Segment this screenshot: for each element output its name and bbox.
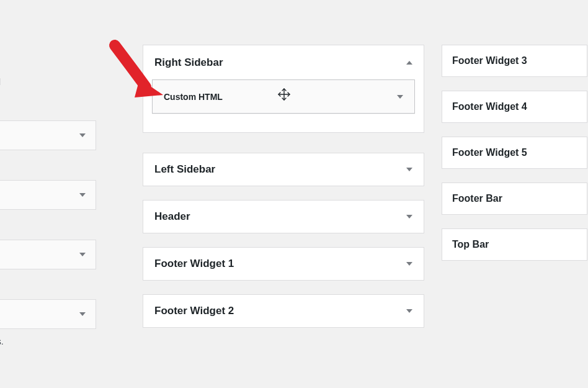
widget-area-title: Left Sidebar: [154, 163, 215, 176]
widget-area-title: Footer Widget 3: [452, 55, 527, 66]
widget-area-title: Footer Widget 1: [154, 258, 234, 270]
widget-areas-column-2: Footer Widget 3 Footer Widget 4 Footer W…: [442, 45, 587, 274]
available-widget-item[interactable]: [0, 240, 96, 269]
widget-area-header[interactable]: Right Sidebar: [143, 45, 424, 79]
available-widget-item[interactable]: [0, 180, 96, 210]
widget-area-title: Right Sidebar: [154, 56, 223, 69]
widget-area-title: Footer Widget 5: [452, 147, 527, 158]
widget-description-fragment: layer.: [0, 154, 96, 174]
chevron-down-icon: [397, 95, 403, 99]
widget-area-title: Footer Widget 2: [154, 305, 234, 317]
chevron-down-icon: [406, 262, 412, 266]
available-widget-item[interactable]: [0, 120, 96, 150]
chevron-down-icon: [406, 168, 412, 171]
chevron-up-icon: [406, 61, 412, 65]
widget-area-header[interactable]: Footer Widget 2: [143, 295, 424, 327]
widget-area-footer-5: Footer Widget 5: [442, 137, 587, 169]
widget-area-title: Top Bar: [452, 239, 489, 250]
widget-description-fragment: e a widget and: [0, 73, 96, 93]
widget-area-body[interactable]: Custom HTML: [143, 79, 424, 132]
widget-area-header[interactable]: Header: [143, 201, 424, 233]
widget-area-left-sidebar: Left Sidebar: [143, 153, 424, 186]
widget-area-top-bar: Top Bar: [442, 228, 587, 261]
widget-area-footer-bar: Footer Bar: [442, 183, 587, 215]
chevron-down-icon: [406, 309, 412, 313]
widget-area-header[interactable]: Footer Widget 5: [442, 137, 587, 168]
widget-area-title: Footer Bar: [452, 193, 502, 204]
available-widgets-column: e a widget and layer. of categories. gal…: [0, 0, 96, 359]
widget-area-header[interactable]: Left Sidebar: [143, 153, 424, 186]
widget-description-fragment: Press.org links.: [0, 333, 96, 353]
widget-area-title: Header: [154, 210, 190, 223]
chevron-down-icon: [79, 312, 86, 316]
widget-area-footer-1: Footer Widget 1: [143, 247, 424, 281]
chevron-down-icon: [79, 133, 86, 137]
widget-area-header[interactable]: Footer Bar: [442, 183, 587, 214]
widget-area-header[interactable]: Footer Widget 4: [442, 91, 587, 122]
chevron-down-icon: [79, 193, 86, 197]
widget-area-title: Footer Widget 4: [452, 101, 527, 112]
widget-description-fragment: of categories.: [0, 214, 96, 233]
widget-area-header[interactable]: Footer Widget 3: [442, 45, 587, 76]
widget-area-right-sidebar: Right Sidebar Custom HTML: [143, 45, 424, 133]
widget-area-header-area: Header: [143, 200, 424, 233]
widget-description-fragment: gallery.: [0, 273, 96, 293]
available-widget-item[interactable]: [0, 299, 96, 329]
widget-area-header[interactable]: Footer Widget 1: [143, 248, 424, 280]
widget-area-footer-4: Footer Widget 4: [442, 91, 587, 123]
widget-area-header[interactable]: Top Bar: [442, 229, 587, 260]
widget-areas-column-1: Right Sidebar Custom HTML Left Sidebar H…: [143, 45, 424, 341]
chevron-down-icon: [406, 215, 412, 219]
chevron-down-icon: [79, 253, 86, 256]
widget-label: Custom HTML: [164, 92, 223, 102]
widget-area-footer-2: Footer Widget 2: [143, 294, 424, 328]
widget-custom-html[interactable]: Custom HTML: [152, 79, 415, 114]
widget-area-footer-3: Footer Widget 3: [442, 45, 587, 77]
